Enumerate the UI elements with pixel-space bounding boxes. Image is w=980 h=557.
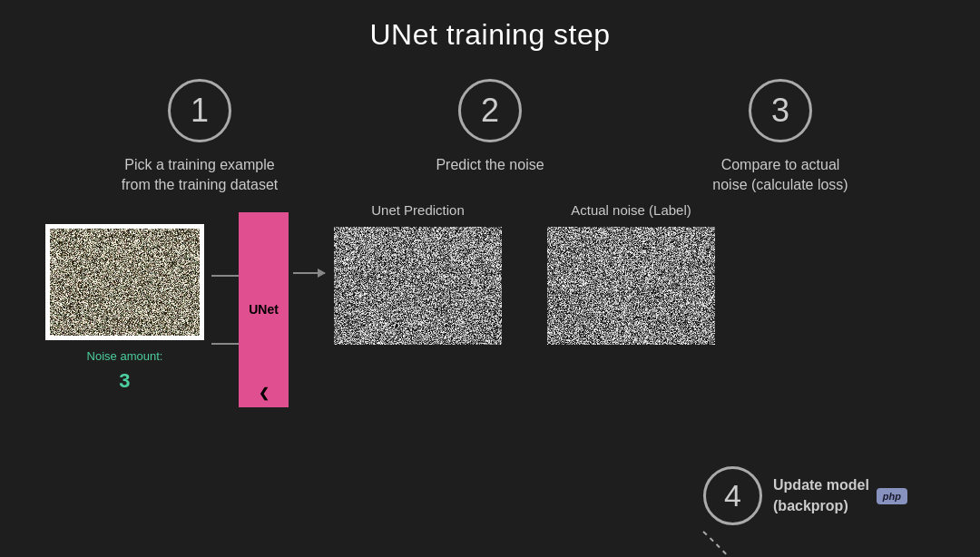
page-title: UNet training step [0, 0, 980, 52]
unet-block: UNet ❮ [239, 212, 289, 407]
step4-area: 4 Update model(backprop) php [703, 466, 907, 525]
php-badge: php [877, 488, 907, 504]
step-1-circle: 1 [168, 79, 231, 142]
step-2-label: Predict the noise [436, 155, 544, 175]
noisy-image-container [45, 224, 204, 340]
page-container: UNet training step 1 Pick a training exa… [0, 0, 980, 557]
step-3: 3 Compare to actualnoise (calculate loss… [681, 79, 880, 196]
step4-circle: 4 [703, 466, 762, 525]
diagram-wrapper: Noise amount: 3 UNet ❮ Unet Prediction A… [0, 196, 980, 407]
step-3-circle: 3 [749, 79, 812, 142]
step-2: 2 Predict the noise [390, 79, 590, 175]
conn-line-bottom [211, 343, 239, 345]
step-1: 1 Pick a training examplefrom the traini… [100, 79, 299, 196]
steps-row: 1 Pick a training examplefrom the traini… [0, 52, 980, 196]
actual-canvas [547, 227, 715, 345]
left-section: Noise amount: 3 [45, 224, 204, 396]
prediction-canvas [334, 227, 502, 345]
prediction-section: Unet Prediction [334, 202, 502, 345]
unet-label: UNet [249, 302, 279, 317]
step-3-label: Compare to actualnoise (calculate loss) [712, 155, 848, 196]
step-1-label: Pick a training examplefrom the training… [122, 155, 279, 196]
noisy-image-canvas [50, 229, 200, 336]
noise-amount: Noise amount: 3 [87, 347, 163, 396]
actual-section: Actual noise (Label) [547, 202, 715, 345]
prediction-label: Unet Prediction [371, 202, 465, 218]
unet-output-arrow [293, 272, 325, 274]
actual-label: Actual noise (Label) [571, 202, 691, 218]
step-2-circle: 2 [458, 79, 522, 142]
unet-left-connections [211, 241, 239, 377]
unet-bottom-arrow: ❮ [259, 386, 270, 400]
step4-label: Update model(backprop) php [773, 475, 907, 516]
conn-line-top [211, 275, 239, 277]
